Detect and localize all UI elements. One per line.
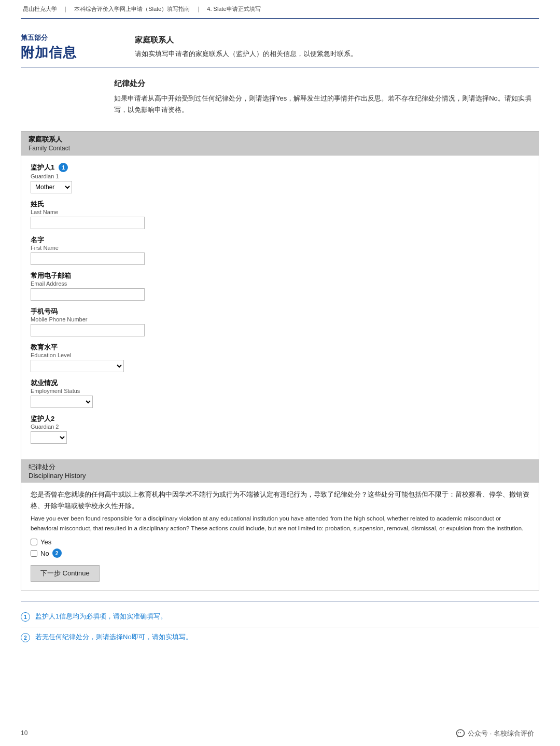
- breadcrumb-guide: 本科综合评价入学网上申请（Slate）填写指南: [74, 6, 190, 12]
- mobile-label-en: Mobile Phone Number: [31, 316, 529, 322]
- footnote-1-badge: 1: [21, 612, 30, 622]
- last-name-group: 姓氏 Last Name: [31, 200, 529, 229]
- education-select[interactable]: [31, 360, 124, 372]
- mobile-input[interactable]: [31, 324, 145, 336]
- breadcrumb: 昆山杜克大学 ｜ 本科综合评价入学网上申请（Slate）填写指南 ｜ 4. Sl…: [0, 0, 560, 18]
- guardian1-label-zh: 监护人1: [31, 163, 54, 172]
- disciplinary-title-zh: 纪律处分: [29, 463, 55, 471]
- disciplinary-body: 您是否曾在您就读的任何高中或以上教育机构中因学术不端行为或行为不端被认定有违纪行…: [21, 483, 539, 590]
- footnote-2-badge: 2: [21, 633, 30, 642]
- discipline-title: 纪律处分: [114, 79, 539, 89]
- education-group: 教育水平 Education Level: [31, 343, 529, 372]
- section-header: 第五部分 附加信息 家庭联系人 请如实填写申请者的家庭联系人（监护人）的相关信息…: [0, 19, 560, 67]
- breadcrumb-step: 4. Slate申请正式填写: [207, 6, 260, 12]
- section-desc-text: 请如实填写申请者的家庭联系人（监护人）的相关信息，以便紧急时联系。: [135, 48, 539, 60]
- family-contact-title-en: Family Contact: [29, 145, 70, 152]
- form-outer: 家庭联系人 Family Contact 监护人1 1 Guardian 1 M…: [21, 131, 539, 590]
- no-row: No 2: [31, 548, 529, 558]
- family-contact-banner: 家庭联系人 Family Contact: [21, 132, 539, 156]
- first-name-label-en: First Name: [31, 245, 529, 251]
- education-label-zh: 教育水平: [31, 343, 529, 352]
- email-label-en: Email Address: [31, 280, 529, 287]
- breadcrumb-sep1: ｜: [63, 6, 68, 12]
- email-input[interactable]: [31, 288, 145, 301]
- footnote-1: 1 监护人1信息均为必填项，请如实准确填写。: [21, 607, 539, 627]
- first-name-group: 名字 First Name: [31, 235, 529, 265]
- breadcrumb-university: 昆山杜克大学: [23, 6, 57, 12]
- breadcrumb-sep2: ｜: [195, 6, 201, 12]
- footnote-1-text: 监护人1信息均为必填项，请如实准确填写。: [35, 612, 167, 621]
- email-label-zh: 常用电子邮箱: [31, 271, 529, 280]
- employment-label-zh: 就业情况: [31, 378, 529, 388]
- continue-button[interactable]: 下一步 Continue: [31, 565, 100, 582]
- page-number: 10: [21, 729, 27, 737]
- disciplinary-banner: 纪律处分 Disciplinary History: [21, 459, 539, 483]
- footnote-2: 2 若无任何纪律处分，则请选择No即可，请如实填写。: [21, 627, 539, 648]
- disciplinary-title-en: Disciplinary History: [29, 472, 86, 480]
- yes-row: Yes: [31, 538, 529, 546]
- guardian2-group: 监护人2 Guardian 2 Father Mother Other: [31, 414, 529, 444]
- footer-brand-text: 公众号 · 名校综合评价: [468, 729, 534, 738]
- bottom-divider: [21, 601, 539, 601]
- section-label-block: 第五部分 附加信息: [21, 33, 104, 62]
- yes-checkbox[interactable]: [31, 539, 37, 545]
- employment-select[interactable]: [31, 396, 93, 408]
- mid-divider: [21, 67, 539, 67]
- no-checkbox[interactable]: [31, 550, 37, 557]
- svg-point-1: [460, 732, 461, 733]
- footnote-2-text: 若无任何纪律处分，则请选择No即可，请如实填写。: [35, 632, 192, 642]
- first-name-label-zh: 名字: [31, 235, 529, 245]
- guardian1-group: 监护人1 1 Guardian 1 Mother Father Other: [31, 163, 529, 193]
- guardian2-label-zh: 监护人2: [31, 414, 529, 424]
- first-name-input[interactable]: [31, 252, 145, 265]
- guardian2-type-select[interactable]: Father Mother Other: [31, 431, 67, 444]
- section-desc-title: 家庭联系人: [135, 35, 539, 45]
- last-name-label-zh: 姓氏: [31, 200, 529, 209]
- guardian1-label-en: Guardian 1: [31, 173, 529, 179]
- form-body: 监护人1 1 Guardian 1 Mother Father Other 姓氏…: [21, 156, 539, 459]
- footer-brand: 公众号 · 名校综合评价: [455, 728, 534, 739]
- disc-question-zh: 您是否曾在您就读的任何高中或以上教育机构中因学术不端行为或行为不端被认定有违纪行…: [31, 489, 529, 512]
- disc-badge: 2: [52, 548, 62, 558]
- guardian2-label-en: Guardian 2: [31, 424, 529, 430]
- employment-label-en: Employment Status: [31, 388, 529, 394]
- education-label-en: Education Level: [31, 352, 529, 358]
- last-name-label-en: Last Name: [31, 209, 529, 215]
- section-label-large: 附加信息: [21, 44, 104, 62]
- disc-question-en: Have you ever been found responsible for…: [31, 514, 529, 533]
- employment-group: 就业情况 Employment Status: [31, 378, 529, 408]
- footnotes: 1 监护人1信息均为必填项，请如实准确填写。 2 若无任何纪律处分，则请选择No…: [21, 607, 539, 648]
- wechat-icon: [455, 728, 466, 739]
- guardian1-badge: 1: [59, 163, 68, 172]
- mobile-group: 手机号码 Mobile Phone Number: [31, 307, 529, 336]
- last-name-input[interactable]: [31, 217, 145, 229]
- section-label-small: 第五部分: [21, 33, 104, 43]
- guardian1-type-select[interactable]: Mother Father Other: [31, 181, 72, 193]
- email-group: 常用电子邮箱 Email Address: [31, 271, 529, 301]
- discipline-intro: 纪律处分 如果申请者从高中开始受到过任何纪律处分，则请选择Yes，解释发生过的事…: [0, 79, 560, 116]
- discipline-text: 如果申请者从高中开始受到过任何纪律处分，则请选择Yes，解释发生过的事情并作出反…: [114, 93, 539, 116]
- svg-point-0: [458, 732, 459, 733]
- yes-label: Yes: [40, 538, 51, 546]
- section-desc-block: 家庭联系人 请如实填写申请者的家庭联系人（监护人）的相关信息，以便紧急时联系。: [135, 33, 539, 62]
- mobile-label-zh: 手机号码: [31, 307, 529, 316]
- family-contact-title-zh: 家庭联系人: [29, 135, 62, 143]
- no-label: No: [40, 550, 49, 557]
- disc-checkbox-group: Yes No 2: [31, 538, 529, 558]
